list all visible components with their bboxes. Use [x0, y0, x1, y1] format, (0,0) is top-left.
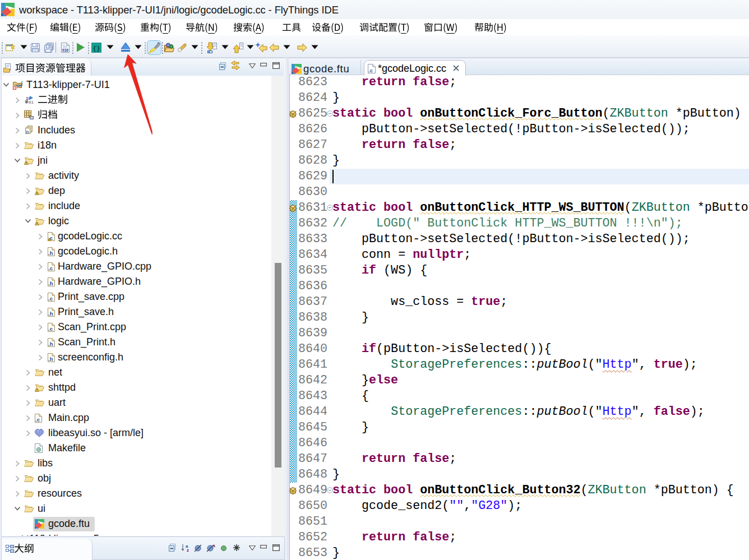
svg-text:.c: .c — [368, 67, 373, 73]
svg-text:.h: .h — [48, 341, 53, 347]
svg-text:.c: .c — [48, 295, 53, 302]
svg-text:.h: .h — [48, 280, 53, 286]
svg-text:010: 010 — [62, 48, 68, 52]
svg-text:.c: .c — [35, 416, 40, 423]
svg-text:.c: .c — [48, 326, 53, 332]
svg-text:{}: {} — [93, 45, 100, 52]
svg-text:z: z — [187, 548, 189, 552]
svg-text:.h: .h — [48, 250, 53, 256]
svg-text:s: s — [213, 544, 215, 548]
svg-text:h: h — [26, 129, 29, 135]
svg-text:.h: .h — [48, 356, 53, 362]
svg-text:.h: .h — [48, 311, 53, 317]
svg-text:.c: .c — [48, 265, 53, 271]
svg-text:01: 01 — [29, 100, 34, 105]
svg-text:C: C — [21, 80, 24, 85]
